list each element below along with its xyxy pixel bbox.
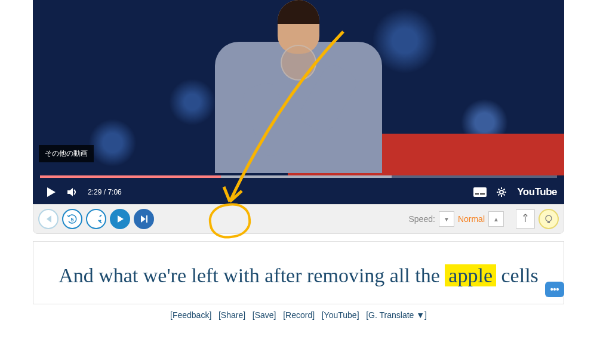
youtube-link[interactable]: [YouTube] — [322, 310, 359, 320]
subtitle-panel: And what we're left with after removing … — [33, 241, 564, 304]
speed-down-button[interactable]: ▼ — [439, 211, 454, 227]
svg-point-6 — [546, 215, 552, 221]
captions-button[interactable] — [469, 181, 491, 203]
svg-rect-1 — [475, 193, 479, 195]
chat-bubble-button[interactable]: ••• — [545, 282, 564, 297]
more-videos-overlay[interactable]: その他の動画 — [39, 145, 94, 162]
rewind-5-button[interactable]: 5 — [62, 209, 82, 229]
font-size-button[interactable]: T — [516, 209, 535, 229]
svg-text:5: 5 — [70, 217, 73, 223]
settings-button[interactable] — [491, 181, 512, 203]
highlighted-word[interactable]: apple — [445, 264, 496, 286]
video-controls: 2:29 / 7:06 YouTube — [33, 180, 564, 204]
volume-button[interactable] — [61, 181, 83, 203]
svg-text:T: T — [523, 215, 528, 224]
repeat-button[interactable] — [86, 209, 106, 229]
subtitle-text: And what we're left with after removing … — [45, 260, 552, 292]
svg-point-3 — [500, 190, 503, 194]
svg-rect-0 — [473, 187, 487, 197]
speed-label: Speed: — [409, 214, 435, 224]
youtube-logo[interactable]: YouTube — [517, 186, 557, 198]
prev-sentence-button[interactable] — [38, 209, 59, 229]
video-time: 2:29 / 7:06 — [88, 188, 122, 196]
svg-rect-2 — [480, 193, 485, 195]
play-sentence-button[interactable] — [110, 209, 130, 229]
speed-up-button[interactable]: ▲ — [488, 211, 504, 227]
record-link[interactable]: [Record] — [283, 310, 315, 320]
video-player[interactable]: その他の動画 2:29 / 7:06 YouTube — [33, 0, 564, 204]
save-link[interactable]: [Save] — [253, 310, 276, 320]
feedback-link[interactable]: [Feedback] — [170, 310, 211, 320]
speaker-figure — [197, 0, 400, 173]
play-button[interactable] — [40, 181, 61, 203]
progress-buffered — [40, 175, 392, 178]
share-link[interactable]: [Share] — [219, 310, 245, 320]
app-controls-bar: 5 Speed: ▼ Normal ▲ T — [33, 204, 564, 234]
next-sentence-button[interactable] — [134, 209, 154, 229]
svg-rect-7 — [547, 221, 550, 223]
progress-bar[interactable] — [40, 175, 557, 178]
speed-value: Normal — [458, 214, 485, 224]
gtranslate-link[interactable]: [G. Translate ▼] — [366, 310, 427, 320]
hint-bulb-button[interactable] — [538, 209, 559, 229]
action-links: [Feedback] [Share] [Save] [Record] [YouT… — [33, 310, 564, 320]
